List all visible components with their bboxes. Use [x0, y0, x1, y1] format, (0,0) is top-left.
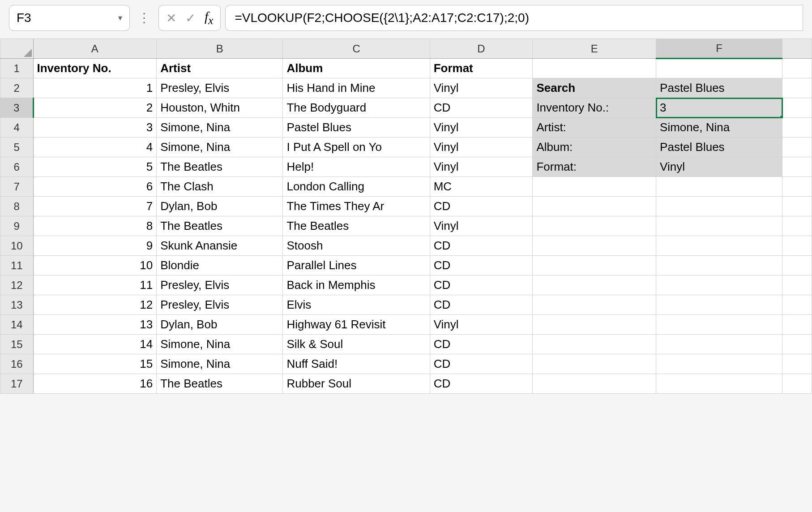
cell-A4[interactable]: 3 [33, 118, 157, 138]
cell-E17[interactable] [533, 374, 656, 394]
cell-B13[interactable]: Presley, Elvis [157, 295, 283, 315]
row-header-13[interactable]: 13 [0, 295, 34, 315]
cell-D16[interactable]: CD [430, 354, 533, 374]
cell-E12[interactable] [533, 275, 656, 295]
cell-C17[interactable]: Rubber Soul [283, 374, 430, 394]
cell-B2[interactable]: Presley, Elvis [157, 78, 283, 98]
cell-E6[interactable]: Format: [533, 157, 656, 177]
cell-C1[interactable]: Album [283, 59, 430, 78]
row-header-3[interactable]: 3 [0, 98, 34, 118]
cell-B7[interactable]: The Clash [157, 177, 283, 197]
row-header-9[interactable]: 9 [0, 216, 34, 236]
cell-D13[interactable]: CD [430, 295, 533, 315]
col-header-G[interactable] [782, 39, 812, 59]
cell-E8[interactable] [533, 197, 656, 216]
row-header-14[interactable]: 14 [0, 315, 34, 335]
name-box-dropdown-icon[interactable]: ▾ [118, 13, 122, 23]
col-header-F[interactable]: F [656, 39, 782, 59]
cell-C10[interactable]: Stoosh [283, 236, 430, 256]
col-header-E[interactable]: E [533, 39, 656, 59]
cell-E16[interactable] [533, 354, 656, 374]
cell-C15[interactable]: Silk & Soul [283, 335, 430, 354]
cell-D5[interactable]: Vinyl [430, 138, 533, 157]
cell-C4[interactable]: Pastel Blues [283, 118, 430, 138]
cell-B3[interactable]: Houston, Whitn [157, 98, 283, 118]
select-all-corner[interactable] [0, 39, 34, 59]
cell-B9[interactable]: The Beatles [157, 216, 283, 236]
cell-B8[interactable]: Dylan, Bob [157, 197, 283, 216]
cell-E14[interactable] [533, 315, 656, 335]
formula-input[interactable]: =VLOOKUP(F2;CHOOSE({2\1};A2:A17;C2:C17);… [225, 5, 803, 31]
cell-F3[interactable]: 3 [656, 98, 782, 118]
cell-B10[interactable]: Skunk Anansie [157, 236, 283, 256]
cell-A13[interactable]: 12 [33, 295, 157, 315]
cell-F13[interactable] [656, 295, 782, 315]
cell-G5[interactable] [782, 138, 812, 157]
cell-D1[interactable]: Format [430, 59, 533, 78]
cell-F2[interactable]: Pastel Blues [656, 78, 782, 98]
row-header-17[interactable]: 17 [0, 374, 34, 394]
cell-E4[interactable]: Artist: [533, 118, 656, 138]
cell-C13[interactable]: Elvis [283, 295, 430, 315]
cell-G9[interactable] [782, 216, 812, 236]
accept-icon[interactable]: ✓ [185, 11, 196, 26]
row-header-1[interactable]: 1 [0, 59, 34, 78]
cell-B17[interactable]: The Beatles [157, 374, 283, 394]
cell-G1[interactable] [782, 59, 812, 78]
col-header-A[interactable]: A [33, 39, 157, 59]
cell-G11[interactable] [782, 256, 812, 275]
cell-B6[interactable]: The Beatles [157, 157, 283, 177]
cell-G6[interactable] [782, 157, 812, 177]
cell-G3[interactable] [782, 98, 812, 118]
cell-F16[interactable] [656, 354, 782, 374]
cell-E15[interactable] [533, 335, 656, 354]
cell-G17[interactable] [782, 374, 812, 394]
cell-A3[interactable]: 2 [33, 98, 157, 118]
kebab-menu-icon[interactable]: ⋮ [134, 14, 154, 22]
name-box[interactable]: F3 ▾ [9, 5, 130, 31]
cell-E10[interactable] [533, 236, 656, 256]
cell-A8[interactable]: 7 [33, 197, 157, 216]
cell-B14[interactable]: Dylan, Bob [157, 315, 283, 335]
cell-D3[interactable]: CD [430, 98, 533, 118]
cell-B15[interactable]: Simone, Nina [157, 335, 283, 354]
cell-D12[interactable]: CD [430, 275, 533, 295]
row-header-7[interactable]: 7 [0, 177, 34, 197]
cell-A6[interactable]: 5 [33, 157, 157, 177]
cell-C16[interactable]: Nuff Said! [283, 354, 430, 374]
cell-A17[interactable]: 16 [33, 374, 157, 394]
cell-F5[interactable]: Pastel Blues [656, 138, 782, 157]
cell-C6[interactable]: Help! [283, 157, 430, 177]
row-header-10[interactable]: 10 [0, 236, 34, 256]
cell-F10[interactable] [656, 236, 782, 256]
cell-E3[interactable]: Inventory No.: [533, 98, 656, 118]
row-header-12[interactable]: 12 [0, 275, 34, 295]
cell-C3[interactable]: The Bodyguard [283, 98, 430, 118]
cell-G14[interactable] [782, 315, 812, 335]
cell-A16[interactable]: 15 [33, 354, 157, 374]
row-header-15[interactable]: 15 [0, 335, 34, 354]
cell-B4[interactable]: Simone, Nina [157, 118, 283, 138]
cell-B11[interactable]: Blondie [157, 256, 283, 275]
cell-D17[interactable]: CD [430, 374, 533, 394]
cell-F4[interactable]: Simone, Nina [656, 118, 782, 138]
cell-F12[interactable] [656, 275, 782, 295]
cell-D10[interactable]: CD [430, 236, 533, 256]
cell-C2[interactable]: His Hand in Mine [283, 78, 430, 98]
cell-E7[interactable] [533, 177, 656, 197]
fill-handle[interactable] [780, 115, 782, 118]
cell-A11[interactable]: 10 [33, 256, 157, 275]
cell-C11[interactable]: Parallel Lines [283, 256, 430, 275]
cell-E2[interactable]: Search [533, 78, 656, 98]
cell-B1[interactable]: Artist [157, 59, 283, 78]
cell-A5[interactable]: 4 [33, 138, 157, 157]
cell-G16[interactable] [782, 354, 812, 374]
cell-F11[interactable] [656, 256, 782, 275]
cell-F6[interactable]: Vinyl [656, 157, 782, 177]
cell-F7[interactable] [656, 177, 782, 197]
cell-E5[interactable]: Album: [533, 138, 656, 157]
cell-G7[interactable] [782, 177, 812, 197]
row-header-2[interactable]: 2 [0, 78, 34, 98]
cell-G10[interactable] [782, 236, 812, 256]
cell-A14[interactable]: 13 [33, 315, 157, 335]
